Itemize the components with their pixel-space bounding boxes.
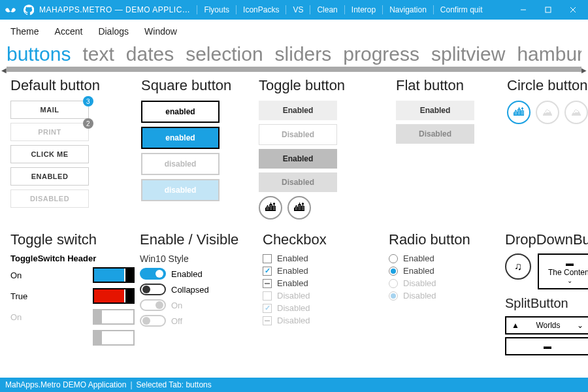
checkbox-indeterminate[interactable] [263,279,272,288]
svg-rect-1 [546,7,551,12]
nav-navigation[interactable]: Navigation [382,5,433,14]
checkbox-unchecked[interactable] [263,254,272,263]
section-title: Circle button [507,77,588,94]
nav-interop[interactable]: Interop [344,5,382,14]
default-button-clickme[interactable]: CLICK ME [10,145,89,163]
menu-dialogs[interactable]: Dialogs [91,22,135,41]
badge: 3 [83,96,93,106]
landscape-icon: ⛰ [542,106,553,118]
maximize-button[interactable] [536,1,561,19]
cb-label: Enabled [277,266,308,276]
book-icon: ▬ [542,259,588,268]
square-button-enabled[interactable]: enabled [141,101,220,123]
pill-switch-off-dim [140,315,166,327]
ts-label: True [10,291,27,301]
button-label: MAIL [41,106,59,114]
dropdown-circle-music[interactable]: ♫ [505,253,531,280]
toggleswitch-off-dim-2 [93,330,135,346]
badge: 2 [83,118,93,129]
section-flat-button: Flat button Enabled Disabled [396,77,500,220]
ts-label: On [10,312,22,322]
tab-sliders[interactable]: sliders [275,43,332,65]
nav-confirm-quit[interactable]: Confirm quit [433,5,489,14]
chevron-down-icon: ⌄ [577,321,583,330]
tab-buttons[interactable]: buttons [7,43,71,65]
splitbutton-title: SplitButton [505,296,588,311]
city-icon: 🏙 [514,106,524,118]
split-button-book[interactable]: ▬ [505,337,588,355]
tab-text[interactable]: text [82,43,114,65]
tab-scrollbar[interactable] [7,67,581,72]
pill-label: Off [171,316,182,326]
circle-button-dim-2: ⛰ [564,101,588,124]
menu-window[interactable]: Window [138,22,184,41]
tab-dates[interactable]: dates [126,43,174,65]
minimize-button[interactable] [511,1,536,19]
window-title: MAHAPPS.METRO — DEMO APPLIC… [39,5,190,14]
circle-button-row: 🏙 ⛰ ⛰ [507,101,588,124]
tab-splitview[interactable]: splitview [431,43,505,65]
default-button-mail[interactable]: MAIL3 [10,101,89,119]
tab-scroll-right[interactable]: ▶ [581,67,587,74]
tab-progress[interactable]: progress [343,43,419,65]
section-checkbox: Checkbox Enabled Enabled Enabled Disable… [263,231,384,355]
status-selected-value: buttons [186,380,211,389]
tabstrip: buttons text dates selection sliders pro… [7,43,581,65]
toggle-button-enabled-pressed[interactable]: Enabled [259,149,337,169]
flat-button-enabled[interactable]: Enabled [396,101,474,120]
section-title: Checkbox [263,231,384,248]
nav-vs[interactable]: VS [286,5,310,14]
section-square-button: Square button enabled enabled disabled d… [141,77,252,220]
status-app: MahApps.Metro DEMO Application [5,380,126,389]
nav-clean[interactable]: Clean [310,5,344,14]
section-title: Toggle button [259,77,389,94]
split-button-worlds[interactable]: ▲ Worlds ⌄ [505,316,588,335]
pill-switch-on-dim [140,299,166,311]
checkbox-indeterminate-dim [263,316,272,325]
section-circle-button: Circle button 🏙 ⛰ ⛰ [507,77,588,220]
city-icon: 🏙 [294,202,304,214]
toggleswitch-true[interactable] [93,288,135,304]
cb-label: Disabled [277,316,310,325]
ts-label: On [10,270,22,280]
tab-scroll-left[interactable]: ◀ [1,67,7,74]
cb-label: Enabled [277,278,308,288]
tab-hamburger[interactable]: hamburger [517,43,581,65]
default-button-print[interactable]: PRINT2 [10,123,89,141]
music-note-icon: ♫ [514,261,522,272]
section-title: Flat button [396,77,500,94]
tab-selection[interactable]: selection [186,43,263,65]
pill-switch-collapsed[interactable] [140,284,166,295]
toggleswitch-on[interactable] [93,267,135,283]
nav-flyouts[interactable]: Flyouts [197,5,236,14]
pill-switch-enabled[interactable] [140,268,166,280]
github-icon[interactable] [21,2,37,18]
square-button-enabled-active[interactable]: enabled [141,127,220,149]
circle-button-active[interactable]: 🏙 [507,101,531,124]
landscape-icon: ⛰ [571,106,581,118]
toggle-button-disabled: Disabled [259,124,337,145]
status-selected-label: Selected Tab: [137,380,184,389]
nav-iconpacks[interactable]: IconPacks [236,5,286,14]
cb-label: Enabled [277,253,308,263]
circle-toggle-2[interactable]: 🏙 [287,196,311,220]
warning-icon: ▲ [512,321,519,330]
menu-accent[interactable]: Accent [48,22,90,41]
radio-off[interactable] [389,254,398,263]
checkbox-checked[interactable] [263,267,272,276]
menu-theme[interactable]: Theme [4,22,46,41]
section-toggle-switch: Toggle switch ToggleSwitch Header On Tru… [10,231,135,355]
dropdown-content-button[interactable]: ▬ The Content ⌄ [538,253,588,289]
rb-label: Enabled [403,266,434,276]
toggle-button-enabled[interactable]: Enabled [259,101,337,120]
chevron-down-icon: ⌄ [542,277,588,284]
close-button[interactable] [561,1,585,19]
section-default-button: Default button MAIL3 PRINT2 CLICK ME ENA… [10,77,135,220]
book-icon: ▬ [544,342,551,351]
section-dropdown-button: DropDownButton ♫ ▬ The Content ⌄ SplitBu… [505,231,588,355]
toggleswitch-off-dim [93,309,135,325]
section-title: Enable / Visible [140,231,257,248]
circle-toggle-1[interactable]: 🏙 [259,196,282,220]
radio-on[interactable] [389,267,398,276]
default-button-enabled[interactable]: ENABLED [10,167,89,186]
